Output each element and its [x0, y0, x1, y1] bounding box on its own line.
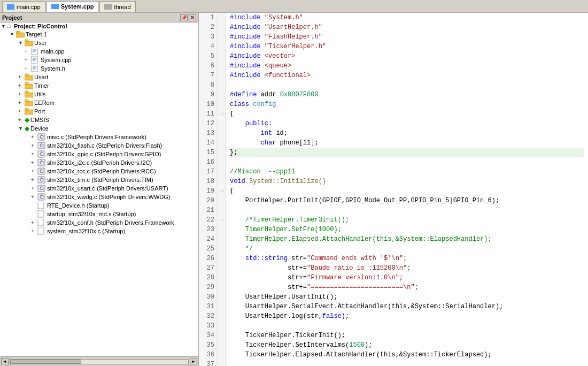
tree-item-utils[interactable]: + Utils: [0, 90, 198, 98]
collapse-19[interactable]: □: [218, 186, 225, 196]
code-line-22: /*TimerHelper.Timer3Init();: [230, 215, 584, 225]
tab-main-cpp-label: main.cpp: [17, 4, 41, 10]
expand-utils[interactable]: +: [18, 92, 25, 97]
wwdg-icon: [37, 193, 46, 201]
cmsis-diamond-icon: ◆: [25, 116, 29, 124]
tree-item-root[interactable]: ▼ □ Project: PlcControl: [0, 22, 198, 30]
expand-gpio[interactable]: +: [31, 151, 37, 157]
expand-tim[interactable]: +: [31, 177, 37, 182]
pin-button[interactable]: 📌: [180, 14, 188, 21]
tree-item-target1[interactable]: ▼ Target 1: [0, 30, 198, 39]
svg-rect-18: [25, 84, 33, 89]
scroll-left-btn[interactable]: ◀: [1, 358, 9, 365]
code-line-7: #include <functional>: [230, 71, 584, 80]
flash-label: stm32f10x_flash.c (StdPeriph Drivers:Fla…: [47, 142, 162, 149]
expand-sys-stm32[interactable]: +: [31, 228, 37, 234]
tree-item-wwdg[interactable]: + stm32f10x_wwdg.c (StdPeriph Drivers:WW…: [0, 193, 198, 201]
expand-i2c[interactable]: +: [31, 160, 37, 165]
sys-stm32-label: system_stm32f10x.c (Startup): [47, 228, 125, 234]
sidebar-scrollbar[interactable]: ◀ ▶: [0, 356, 198, 366]
code-line-10: class config: [230, 100, 584, 109]
svg-rect-16: [25, 75, 33, 80]
expand-root[interactable]: ▼: [1, 24, 7, 29]
tree-item-user[interactable]: ▼ User: [0, 39, 198, 47]
tree-item-system-h[interactable]: + System.h: [0, 64, 198, 73]
tree-item-misc-c[interactable]: + misc.c (StdPeriph Drivers:Framework): [0, 133, 198, 141]
misc-c-label: misc.c (StdPeriph Drivers:Framework): [47, 134, 146, 140]
expand-wwdg[interactable]: +: [31, 194, 37, 200]
code-line-14: char phone[11];: [230, 138, 584, 148]
conf-label: stm32f10x_conf.h (StdPeriph Drivers:Fram…: [47, 219, 174, 226]
expand-system-h[interactable]: +: [25, 66, 31, 71]
expand-usart[interactable]: +: [18, 74, 25, 80]
main-cpp-label: main.cpp: [41, 48, 65, 55]
tree-item-device[interactable]: ▼ ◆ Device: [0, 124, 198, 133]
scrollbar-track[interactable]: [10, 359, 189, 364]
expand-target1[interactable]: ▼: [10, 32, 16, 37]
code-line-25: */: [230, 244, 584, 254]
tree-item-rcc[interactable]: + stm32f10x_rcc.c (StdPeriph Drivers:RCC…: [0, 167, 198, 176]
expand-root2[interactable]: □: [7, 24, 14, 29]
expand-misc-c[interactable]: +: [31, 134, 37, 140]
code-line-28: str+="Firmware version:1.0\n";: [230, 273, 584, 283]
tree-item-rte-device[interactable]: RTE_Device.h (Startup): [0, 201, 198, 210]
tab-thread-label: thread: [114, 4, 130, 10]
svg-rect-2: [25, 41, 33, 46]
rte-icon: [37, 202, 46, 209]
rcc-icon: [37, 167, 46, 175]
tab-thread[interactable]: thread: [99, 1, 135, 12]
tree-item-conf-h[interactable]: + stm32f10x_conf.h (StdPeriph Drivers:Fr…: [0, 218, 198, 227]
tree-item-system-stm32[interactable]: + system_stm32f10x.c (Startup): [0, 227, 198, 235]
tree-item-flash[interactable]: + stm32f10x_flash.c (StdPeriph Drivers:F…: [0, 141, 198, 150]
expand-main-cpp[interactable]: +: [25, 49, 31, 54]
scroll-right-btn[interactable]: ▶: [190, 358, 197, 365]
tree-item-tim[interactable]: + stm32f10x_tim.c (StdPeriph Drivers:TIM…: [0, 176, 198, 184]
tim-label: stm32f10x_tim.c (StdPeriph Drivers:TIM): [47, 177, 153, 183]
tree-item-port[interactable]: + Port: [0, 107, 198, 116]
expand-port[interactable]: +: [18, 109, 25, 114]
svg-rect-53: [38, 227, 44, 234]
tree-item-gpio[interactable]: + stm32f10x_gpio.c (StdPeriph Drivers:GP…: [0, 150, 198, 158]
expand-system-cpp[interactable]: +: [25, 57, 31, 63]
code-line-15: };: [230, 148, 584, 157]
code-content: 1 2 3 4 5 6 7 8 9 10 11 12 13 14 15 16 1…: [199, 13, 588, 366]
code-line-24: TimerHelper.Elapsed.AttachHandler(this,&…: [230, 234, 584, 244]
tree-item-startup[interactable]: startup_stm32f10x_md.s (Startup): [0, 210, 198, 218]
collapse-22[interactable]: □: [218, 215, 225, 225]
expand-eerom[interactable]: +: [18, 100, 25, 105]
root-label: Project: PlcControl: [14, 23, 67, 29]
code-line-35: TickerHelper.SetIntervalms(1500);: [230, 340, 584, 350]
expand-conf[interactable]: +: [31, 220, 37, 225]
expand-timer[interactable]: +: [18, 83, 25, 88]
svg-rect-22: [25, 101, 33, 106]
tree-item-eerom[interactable]: + EERom: [0, 98, 198, 107]
sys-stm32-icon: [37, 227, 46, 235]
tree-item-main-cpp[interactable]: + main.cpp: [0, 47, 198, 56]
i2c-icon: [37, 159, 46, 166]
code-line-29: str+="========================\n";: [230, 283, 584, 292]
tree-item-cmsis[interactable]: + ◆ CMSIS: [0, 116, 198, 124]
close-sidebar-button[interactable]: ✕: [189, 14, 196, 21]
wwdg-label: stm32f10x_wwdg.c (StdPeriph Drivers:WWDG…: [47, 194, 170, 200]
expand-device[interactable]: ▼: [18, 126, 25, 131]
expand-user[interactable]: ▼: [18, 40, 25, 45]
expand-cmsis[interactable]: +: [18, 117, 25, 123]
tree-item-system-cpp[interactable]: + System.cpp: [0, 56, 198, 64]
code-text[interactable]: #include "System.h" #include "UsartHelpe…: [226, 13, 588, 366]
expand-usart-c[interactable]: +: [31, 186, 37, 191]
code-line-20: PortHelper.PortInit(GPIOE,GPIO_Mode_Out_…: [230, 196, 584, 205]
expand-flash[interactable]: +: [31, 143, 37, 148]
tree-item-usart[interactable]: + Usart: [0, 73, 198, 81]
code-line-26: std::string str="Command ends with '$'\n…: [230, 254, 584, 263]
collapse-11[interactable]: □: [218, 109, 225, 119]
tab-main-cpp[interactable]: main.cpp: [2, 1, 45, 12]
tree-item-usart-c[interactable]: + stm32f10x_usart.c (StdPeriph Drivers:U…: [0, 184, 198, 193]
tree-item-i2c[interactable]: + stm32f10x_i2c.c (StdPeriph Drivers:I2C…: [0, 158, 198, 167]
expand-rcc[interactable]: +: [31, 169, 37, 174]
gpio-icon: [37, 150, 46, 158]
svg-rect-0: [16, 33, 25, 37]
folder-usart-icon: [25, 73, 33, 81]
tab-system-cpp[interactable]: System.cpp: [47, 1, 99, 12]
tree-item-timer[interactable]: + Timer: [0, 81, 198, 90]
code-line-32: UsartHelper.log(str,false);: [230, 311, 584, 321]
